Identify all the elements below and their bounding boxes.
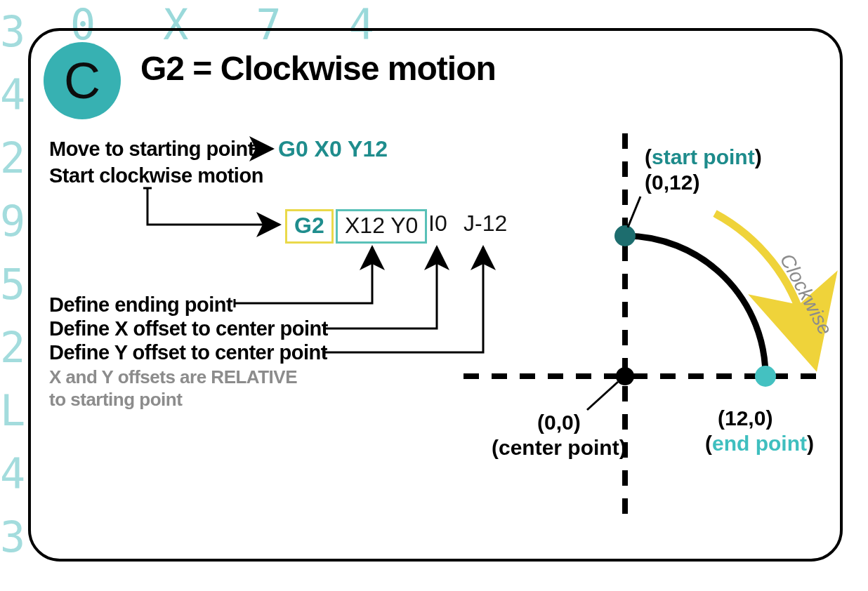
code-i: I0 [428,211,447,237]
code-line1: G0 X0 Y12 [278,136,388,162]
page: 3 4 2 9 5 2 L 4 3 0 X 7 4 C G2 = Clockwi… [0,0,868,591]
section-badge-letter: C [64,52,100,109]
label-def-end: Define ending point [49,293,232,317]
code-g2: G2 [294,213,324,238]
label-def-x: Define X offset to center point [49,317,328,340]
label-start-cw: Start clockwise motion [49,164,263,187]
code-xy-box: X12 Y0 [336,209,427,244]
note-line2: to starting point [49,389,182,411]
label-def-y: Define Y offset to center point [49,341,327,364]
section-badge: C [44,42,121,119]
code-j: J-12 [463,211,507,237]
background-digits-side: 3 4 2 9 5 2 L 4 3 [0,0,25,576]
section-title: G2 = Clockwise motion [140,49,496,88]
code-g2-box: G2 [285,209,334,244]
note-line1: X and Y offsets are RELATIVE [49,366,297,388]
label-move-start: Move to starting point [49,138,254,161]
code-xy: X12 Y0 [345,213,418,238]
